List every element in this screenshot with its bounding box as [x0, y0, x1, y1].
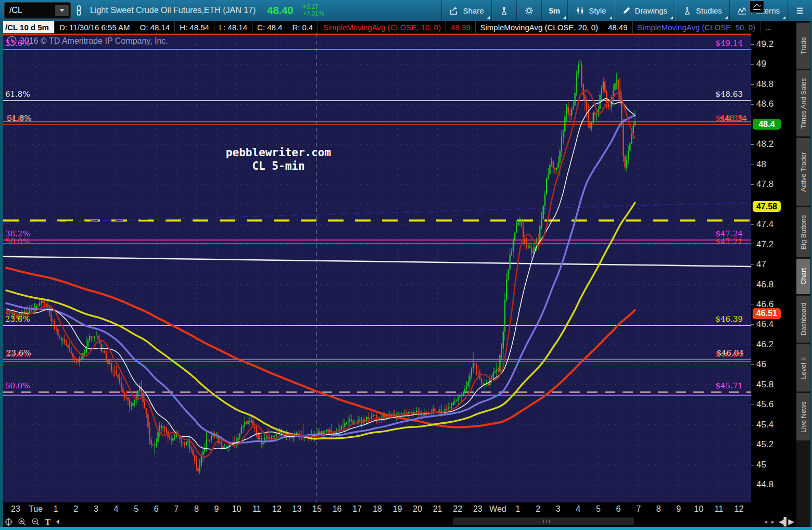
watermark-line2: CL 5-min — [213, 159, 344, 173]
chart-header-row: /CL 10 d 5mD: 11/30/16 6:55 AMO: 48.14H:… — [0, 21, 812, 33]
zoom-in-icon[interactable] — [18, 518, 27, 526]
time-tick-label: 3 — [556, 504, 561, 514]
sidebar-tab-label: Dashboard — [800, 302, 807, 336]
price-tick-mark — [751, 345, 754, 345]
header-segment: /CL 10 d 5m — [0, 21, 54, 33]
sidebar-tab-label: Big Buttons — [800, 215, 807, 250]
time-tick-label: 11 — [252, 504, 261, 514]
time-tick-label: 12 — [734, 504, 744, 514]
jump-latest-icon[interactable]: ◀▌▶ — [779, 517, 793, 526]
symbol-input[interactable]: /CL — [4, 2, 71, 19]
time-tick-label: 3 — [94, 504, 98, 514]
time-tick-label: Tue — [29, 504, 43, 514]
time-tick-label: 2 — [536, 504, 540, 514]
price-tick-mark — [751, 364, 754, 365]
sidebar-tab-times-and-sales[interactable]: Times And Sales — [796, 70, 810, 136]
price-tick-label: 48.2 — [756, 139, 773, 149]
header-segment: C: 48.4 — [252, 21, 287, 33]
horizontal-scrollbar[interactable] — [453, 518, 634, 525]
time-tick-label: 8 — [656, 504, 661, 514]
collapse-left-icon[interactable] — [55, 519, 60, 525]
watermark-line1: pebblewriter.com — [213, 146, 344, 159]
chart-area[interactable]: 2016 © TD Ameritrade IP Company, Inc. 23… — [3, 33, 751, 502]
sidebar-tab-label: Chart — [800, 268, 807, 285]
time-tick-label: 5 — [134, 504, 138, 514]
drawings-button[interactable]: Drawings — [614, 0, 675, 21]
sidebar-tab-trade[interactable]: Trade — [796, 23, 810, 69]
style-button[interactable]: Style — [568, 0, 613, 21]
button-label: Style — [589, 6, 606, 15]
5m-button[interactable]: 5m — [542, 0, 568, 21]
sidebar-tab-live-news[interactable]: Live News — [796, 393, 810, 440]
sidebar-tab-big-buttons[interactable]: Big Buttons — [796, 207, 810, 257]
price-tick-mark — [751, 84, 754, 85]
price-tick-label: 45.6 — [756, 399, 773, 410]
time-tick-label: 16 — [333, 504, 342, 514]
sidebar-tab-chart[interactable]: Chart — [796, 259, 810, 294]
price-tick-label: 45.2 — [756, 439, 773, 450]
header-segment[interactable]: SimpleMovingAvg (CLOSE, 20, 0) — [476, 21, 603, 33]
watermark: pebblewriter.com CL 5-min — [213, 146, 344, 173]
symbol-dropdown-button[interactable] — [55, 5, 69, 16]
fib-price-label: $48.39 — [716, 113, 743, 123]
price-badge: 46.51 — [753, 308, 781, 319]
scroll-nav: ◂ ▸ ◀▌▶ — [764, 517, 793, 526]
chart-mode-icon-button[interactable] — [750, 1, 764, 13]
price-tick-label: 45.8 — [756, 380, 773, 390]
menu-button[interactable] — [788, 0, 812, 21]
zoom-out-icon[interactable] — [31, 518, 40, 526]
gear-button[interactable] — [517, 0, 541, 21]
price-tick-mark — [751, 224, 754, 225]
scroll-right-icon[interactable]: ▸ — [771, 518, 775, 525]
text-tool-icon[interactable]: T — [45, 518, 50, 526]
price-tick-mark — [751, 44, 754, 45]
price-plot — [3, 33, 751, 502]
window-border-left — [0, 21, 3, 530]
sidebar-tab-active-trader[interactable]: Active Trader — [796, 138, 810, 206]
header-segment[interactable]: SimpleMovingAvg (CLOSE, 10, 0) — [318, 21, 446, 33]
trading-platform-window: /CL Light Sweet Crude Oil Futures,ETH (J… — [0, 0, 812, 530]
price-tick-mark — [751, 285, 754, 285]
fib-level-label: 23.6% — [5, 39, 30, 48]
sidebar-tab-level-ii[interactable]: Level II — [796, 344, 810, 392]
time-tick-label: 7 — [174, 504, 179, 514]
price-tick-label: 46.2 — [756, 339, 773, 350]
scroll-left-icon[interactable]: ◂ — [764, 518, 767, 525]
time-tick-label: 11 — [715, 504, 724, 514]
price-tick-mark — [751, 104, 754, 105]
time-tick-label: 4 — [114, 504, 119, 514]
fib-price-label: $49.14 — [716, 39, 743, 48]
flask-button[interactable] — [492, 0, 516, 21]
price-tick-mark — [751, 245, 754, 245]
fib-price-label: $46.04 — [716, 350, 743, 359]
button-label: Studies — [696, 6, 722, 15]
time-tick-label: 1 — [516, 504, 521, 514]
price-tick-label: 45 — [756, 460, 766, 470]
price-tick-mark — [751, 64, 754, 65]
header-segment: D: 11/30/16 6:55 AM — [55, 21, 135, 33]
link-icon[interactable] — [75, 5, 83, 16]
price-tick-label: 47.4 — [756, 219, 773, 230]
sidebar-tab-dashboard[interactable]: Dashboard — [796, 296, 810, 343]
fib-level-label: 61.8% — [5, 90, 30, 99]
sidebar-tab-label: Active Trader — [800, 152, 807, 192]
patterns-icon — [737, 6, 747, 16]
studies-button[interactable]: Studies — [675, 0, 729, 21]
price-tick-mark — [751, 465, 754, 465]
time-tick-label: 6 — [154, 504, 159, 514]
header-segment[interactable]: SimpleMovingAvg (CLOSE, 50, 0) — [633, 21, 760, 33]
price-tick-label: 48 — [756, 159, 766, 170]
price-axis[interactable]: 49.24948.848.648.24847.847.447.24746.846… — [751, 33, 796, 527]
time-tick-label: 23 — [473, 504, 483, 514]
price-badge: 48.4 — [753, 119, 781, 130]
header-segment[interactable]: 48.49 — [603, 21, 632, 33]
header-segment[interactable]: 48.39 — [446, 21, 475, 33]
crosshair-icon[interactable] — [4, 518, 13, 526]
header-segment[interactable]: ... — [760, 21, 777, 33]
button-label: Share — [463, 6, 484, 15]
flask-icon — [499, 6, 509, 16]
time-tick-label: 9 — [676, 504, 681, 514]
share-button[interactable]: Share — [442, 0, 491, 21]
time-axis[interactable]: 23Tue12345678910111213151617181920212223… — [3, 502, 751, 516]
price-tick-mark — [751, 405, 754, 405]
